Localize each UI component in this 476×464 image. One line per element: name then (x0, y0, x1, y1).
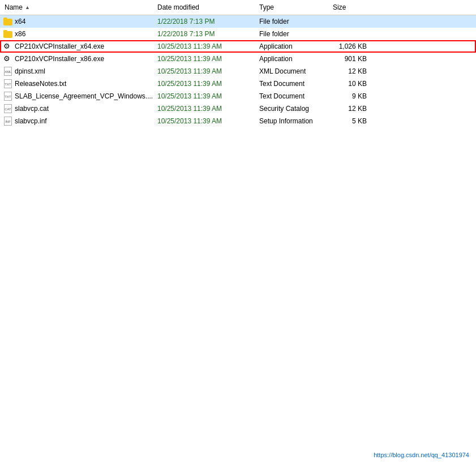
table-header: Name ▲ Date modified Type Size (0, 0, 476, 15)
file-icon: ⚙ (3, 42, 12, 51)
table-row[interactable]: x64 1/22/2018 7:13 PM File folder (0, 15, 476, 28)
table-row[interactable]: ⚙ CP210xVCPInstaller_x86.exe 10/25/2013 … (0, 53, 476, 65)
application-icon: ⚙ (3, 42, 12, 51)
file-size: 12 KB (328, 67, 374, 75)
file-size: 12 KB (328, 105, 374, 113)
file-icon: TXT (3, 79, 12, 88)
file-name-cell: INF slabvcp.inf (0, 117, 153, 126)
watermark: https://blog.csdn.net/qq_41301974 (374, 452, 469, 458)
folder-icon (3, 30, 12, 38)
application-icon: ⚙ (3, 54, 12, 63)
file-type: File folder (255, 18, 328, 25)
file-size: 1,026 KB (328, 42, 374, 50)
col-header-name[interactable]: Name ▲ (0, 2, 153, 12)
inf-icon: INF (4, 117, 12, 126)
file-type: Text Document (255, 92, 328, 100)
file-name-cell: TXT ReleaseNotes.txt (0, 79, 153, 88)
file-type: Security Catalog (255, 105, 328, 113)
col-name-label: Name (5, 3, 23, 11)
file-type: Application (255, 55, 328, 63)
sort-arrow-icon: ▲ (25, 5, 30, 10)
col-size-label: Size (333, 3, 346, 11)
file-name: slabvcp.cat (15, 105, 49, 113)
file-name: slabvcp.inf (15, 117, 47, 125)
file-type: File folder (255, 30, 328, 38)
table-row[interactable]: ⚙ CP210xVCPInstaller_x64.exe 10/25/2013 … (0, 40, 476, 53)
file-name-cell: x86 (0, 29, 153, 38)
file-name: ReleaseNotes.txt (15, 80, 66, 88)
text-icon: TXT (4, 79, 12, 88)
file-date: 10/25/2013 11:39 AM (153, 42, 255, 50)
file-name: SLAB_License_Agreement_VCP_Windows.... (15, 92, 153, 100)
file-name: x86 (15, 30, 25, 38)
file-name: x64 (15, 18, 25, 25)
table-row[interactable]: XML dpinst.xml 10/25/2013 11:39 AM XML D… (0, 65, 476, 78)
file-name-cell: ⚙ CP210xVCPInstaller_x86.exe (0, 54, 153, 63)
file-date: 10/25/2013 11:39 AM (153, 117, 255, 125)
file-explorer: Name ▲ Date modified Type Size x64 1/22/… (0, 0, 476, 464)
file-size: 10 KB (328, 80, 374, 88)
file-icon: ⚙ (3, 54, 12, 63)
file-icon: INF (3, 117, 12, 126)
col-header-type[interactable]: Type (255, 2, 328, 12)
file-icon: CAT (3, 104, 12, 113)
file-type: Setup Information (255, 117, 328, 125)
file-name-cell: x64 (0, 17, 153, 26)
xml-icon: XML (4, 67, 12, 76)
file-size: 901 KB (328, 55, 374, 63)
file-list: x64 1/22/2018 7:13 PM File folder x86 1/… (0, 15, 476, 127)
file-icon: TXT (3, 92, 12, 101)
file-date: 1/22/2018 7:13 PM (153, 30, 255, 38)
table-row[interactable]: INF slabvcp.inf 10/25/2013 11:39 AM Setu… (0, 115, 476, 127)
file-name-cell: XML dpinst.xml (0, 67, 153, 76)
file-date: 10/25/2013 11:39 AM (153, 67, 255, 75)
file-type: Text Document (255, 80, 328, 88)
file-icon (3, 17, 12, 26)
file-name-cell: CAT slabvcp.cat (0, 104, 153, 113)
file-name: CP210xVCPInstaller_x86.exe (15, 55, 104, 63)
file-date: 1/22/2018 7:13 PM (153, 18, 255, 25)
file-name: dpinst.xml (15, 67, 45, 75)
table-row[interactable]: CAT slabvcp.cat 10/25/2013 11:39 AM Secu… (0, 102, 476, 115)
table-row[interactable]: TXT ReleaseNotes.txt 10/25/2013 11:39 AM… (0, 78, 476, 90)
file-name-cell: ⚙ CP210xVCPInstaller_x64.exe (0, 42, 153, 51)
col-header-size[interactable]: Size (328, 2, 374, 12)
file-icon: XML (3, 67, 12, 76)
file-name-cell: TXT SLAB_License_Agreement_VCP_Windows..… (0, 92, 153, 101)
file-date: 10/25/2013 11:39 AM (153, 105, 255, 113)
col-type-label: Type (259, 3, 274, 11)
file-date: 10/25/2013 11:39 AM (153, 80, 255, 88)
file-date: 10/25/2013 11:39 AM (153, 92, 255, 100)
file-name: CP210xVCPInstaller_x64.exe (15, 42, 104, 50)
table-row[interactable]: x86 1/22/2018 7:13 PM File folder (0, 28, 476, 40)
file-size: 5 KB (328, 117, 374, 125)
folder-icon (3, 18, 12, 25)
col-date-label: Date modified (157, 3, 199, 11)
table-row[interactable]: TXT SLAB_License_Agreement_VCP_Windows..… (0, 90, 476, 102)
file-type: XML Document (255, 67, 328, 75)
text-icon: TXT (4, 92, 12, 101)
col-header-date[interactable]: Date modified (153, 2, 255, 12)
file-icon (3, 29, 12, 38)
file-date: 10/25/2013 11:39 AM (153, 55, 255, 63)
file-type: Application (255, 42, 328, 50)
file-size: 9 KB (328, 92, 374, 100)
catalog-icon: CAT (4, 104, 12, 113)
